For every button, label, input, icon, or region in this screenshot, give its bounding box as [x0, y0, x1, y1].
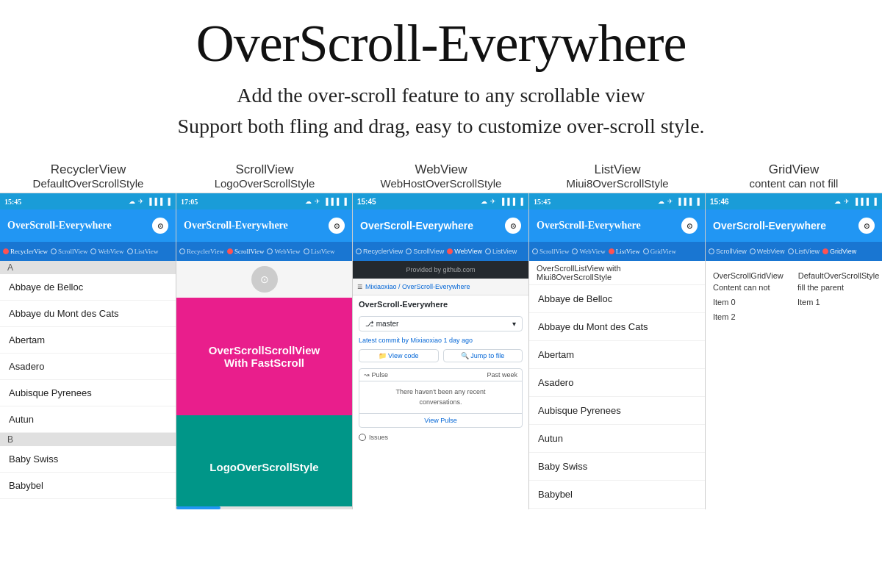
teal-block-text: LogoOverScrollStyle: [209, 461, 318, 473]
status-bar-5: 15:46 ☁ ✈ ▐▐▐ ▐: [706, 193, 882, 209]
tab-wv-4[interactable]: WebView: [572, 248, 605, 255]
tab-gv-5-active[interactable]: GridView: [822, 248, 856, 255]
header-section: OverScroll-Everywhere Add the over-scrol…: [0, 0, 882, 149]
list-item-babyswiss: Baby Swiss: [0, 446, 176, 473]
app-bar-4: OverScroll-Everywhere ⊙: [529, 209, 705, 242]
scroll-indicator: [176, 506, 352, 509]
list-item: Autun: [0, 406, 176, 433]
tab-rv-2[interactable]: RecyclerView: [179, 248, 224, 255]
tab-recyclerview-active[interactable]: RecyclerView: [3, 248, 48, 255]
recyclerview-content: A Abbaye de Belloc Abbaye du Mont des Ca…: [0, 261, 176, 509]
tab-label-lv-5: ListView: [795, 248, 820, 255]
radio-rv-3: [356, 248, 362, 254]
github-icon-5: ⊙: [858, 218, 875, 234]
listview-title: OverScrollListView with Miui8OverScrollS…: [529, 261, 705, 285]
label-gridview: GridView content can not fill: [706, 162, 882, 190]
panel-recyclerview: 15:45 ☁ ✈ ▐▐▐ ▐ OverScroll-Everywhere ⊙ …: [0, 193, 176, 509]
label-listview: ListView Miui8OverScrollStyle: [529, 162, 706, 190]
gv-cell-1-0: Item 0: [713, 298, 790, 306]
issues-row: Issues: [353, 431, 528, 444]
pulse-period: Past week: [487, 371, 517, 379]
app-bar-title-4: OverScroll-Everywhere: [537, 220, 641, 232]
lv-item: Abbaye de Belloc: [529, 285, 705, 313]
tab-label-sv-1: ScrollView: [58, 248, 87, 255]
radio-rv-2: [179, 248, 185, 254]
subtitle1: Add the over-scroll feature to any scrol…: [29, 80, 853, 111]
scroll-thumb: [176, 506, 220, 509]
github-center: ⊙: [176, 261, 352, 298]
gv-col2: DefaultOverScrollStyle: [798, 271, 880, 280]
tab-label-lv-3: ListView: [492, 248, 517, 255]
status-bar-1: 15:45 ☁ ✈ ▐▐▐ ▐: [0, 193, 176, 209]
commit-row: Latest commit by Mixiaoxiao 1 day ago: [353, 334, 528, 346]
provided-by: Provided by github.com: [406, 266, 475, 273]
tab-rv-5[interactable]: ScrollView: [709, 248, 747, 255]
radio-sv-2a: [227, 248, 233, 254]
radio-sv-1: [51, 248, 57, 254]
tab-sv-4[interactable]: ScrollView: [532, 248, 569, 255]
signal-icons-3: ☁ ✈ ▐▐▐ ▐: [481, 198, 524, 205]
list-item: Abertam: [0, 327, 176, 354]
tab-gv-4[interactable]: GridView: [643, 248, 676, 255]
tab-label-lv-1: ListView: [135, 248, 159, 255]
repo-title: OverScroll-Everywhere: [353, 295, 528, 313]
jump-to-file-button[interactable]: 🔍 Jump to file: [443, 349, 523, 362]
tab-listview-1[interactable]: ListView: [127, 248, 159, 255]
tab-lv-5[interactable]: ListView: [788, 248, 820, 255]
tab-rv-3[interactable]: RecyclerView: [356, 248, 403, 255]
tab-bar-1: RecyclerView ScrollView WebView ListView: [0, 242, 176, 261]
label-top-2: WebView: [415, 162, 467, 177]
radio-wv-3a: [447, 248, 453, 254]
gv-col1: OverScrollGridView: [713, 271, 784, 280]
webview-nav: ≡ Mixiaoxiao / OverScroll-Everywhere: [353, 279, 528, 295]
tab-sv-2-active[interactable]: ScrollView: [227, 248, 264, 255]
tab-label-gv-5a: GridView: [830, 248, 856, 255]
github-icon-3: ⊙: [505, 218, 521, 234]
view-pulse-button[interactable]: View Pulse: [359, 413, 522, 427]
tab-label-sv-3: ScrollView: [413, 248, 444, 255]
phones-row: 15:45 ☁ ✈ ▐▐▐ ▐ OverScroll-Everywhere ⊙ …: [0, 193, 882, 509]
app-bar-2: OverScroll-Everywhere ⊙: [176, 209, 352, 242]
pink-block-text: OverScrollScrollViewWith FastScroll: [209, 344, 320, 369]
label-recyclerview: RecyclerView DefaultOverScrollStyle: [0, 162, 176, 190]
tab-sv-3[interactable]: ScrollView: [406, 248, 444, 255]
label-webview: WebView WebHostOverScrollStyle: [353, 162, 529, 190]
gv-row1: Content can not fill the parent: [706, 280, 882, 295]
radio-active-1: [3, 248, 9, 254]
app-bar-1: OverScroll-Everywhere ⊙: [0, 209, 176, 242]
tab-lv-3[interactable]: ListView: [485, 248, 517, 255]
tab-webview-1[interactable]: WebView: [90, 248, 123, 255]
radio-lv-5: [788, 248, 794, 254]
lv-item: Abbaye du Mont des Cats: [529, 313, 705, 341]
tab-label-sv-2a: ScrollView: [234, 248, 264, 255]
tab-wv-2[interactable]: WebView: [267, 248, 300, 255]
label-bottom-0: DefaultOverScrollStyle: [33, 177, 144, 190]
lv-item-babyswiss: Baby Swiss: [529, 453, 705, 481]
tab-label-rv-2: RecyclerView: [187, 248, 224, 255]
tab-bar-3: RecyclerView ScrollView WebView ListView: [353, 242, 528, 261]
main-title: OverScroll-Everywhere: [29, 15, 853, 73]
jump-to-file-label: Jump to file: [470, 352, 504, 359]
label-top-4: GridView: [769, 162, 820, 177]
app-bar-title-1: OverScroll-Everywhere: [7, 220, 112, 232]
list-item: Abbaye du Mont des Cats: [0, 301, 176, 327]
app-bar-title-3: OverScroll-Everywhere: [360, 220, 473, 232]
tab-label-lv-2: ListView: [311, 248, 335, 255]
view-code-button[interactable]: 📁 View code: [359, 349, 439, 362]
github-icon-2: ⊙: [329, 218, 345, 234]
label-top-0: RecyclerView: [51, 162, 126, 177]
radio-wv-4: [572, 248, 578, 254]
label-bottom-2: WebHostOverScrollStyle: [381, 177, 502, 190]
tab-lv-2[interactable]: ListView: [304, 248, 335, 255]
list-item: Aubisque Pyrenees: [0, 380, 176, 406]
tab-lv-4-active[interactable]: ListView: [609, 248, 640, 255]
pulse-icon: ↝ Pulse: [364, 371, 388, 379]
lv-item-babybel: Babybel: [529, 481, 705, 509]
tab-scrollview-1[interactable]: ScrollView: [51, 248, 87, 255]
gv-row2: Item 0 Item 1: [706, 295, 882, 309]
tab-wv-5[interactable]: WebView: [750, 248, 785, 255]
radio-rv-5: [709, 248, 714, 254]
app-bar-title-2: OverScroll-Everywhere: [184, 220, 288, 232]
lv-item: Aubisque Pyrenees: [529, 397, 705, 425]
tab-wv-3-active[interactable]: WebView: [447, 248, 482, 255]
